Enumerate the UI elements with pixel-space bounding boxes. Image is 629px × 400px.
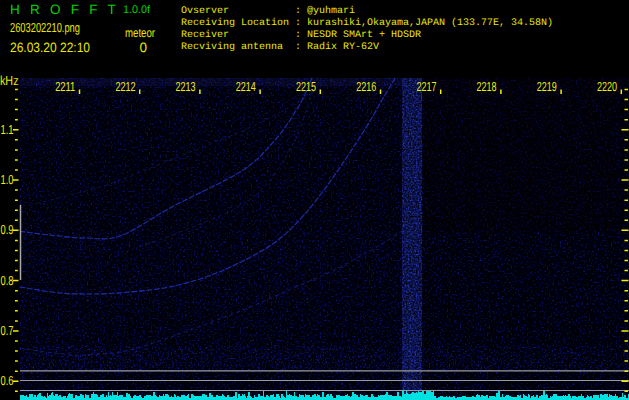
svg-text:meteor: meteor (125, 26, 155, 40)
svg-text:2211: 2211 (55, 79, 75, 94)
svg-text:1.0.0f: 1.0.0f (123, 4, 151, 16)
svg-text:0.7: 0.7 (1, 323, 14, 338)
svg-text:Recviving antenna : Radix RY-: Recviving antenna : Radix RY-62V (181, 41, 379, 53)
svg-text:kHz: kHz (0, 73, 19, 88)
svg-text:Receiver : NESDR SMA: Receiver : NESDR SMArt + HDSDR (181, 29, 421, 41)
svg-text:H R O F F T: H R O F F T (10, 2, 119, 17)
svg-text:0: 0 (140, 40, 148, 55)
svg-text:1.0: 1.0 (1, 172, 14, 187)
svg-text:0.9: 0.9 (1, 222, 14, 237)
svg-text:2217: 2217 (416, 79, 436, 94)
svg-text:2218: 2218 (477, 79, 497, 94)
svg-text:2216: 2216 (356, 79, 376, 94)
svg-text:1.1: 1.1 (1, 122, 14, 137)
svg-text:2215: 2215 (296, 79, 316, 94)
svg-text:2603202210.png: 2603202210.png (10, 20, 80, 35)
svg-text:0.8: 0.8 (1, 273, 14, 288)
svg-text:Receiving Location : kurashiki: Receiving Location : kurashiki,Okayama,J… (181, 17, 553, 29)
svg-text:0.6: 0.6 (1, 373, 14, 388)
svg-text:2220: 2220 (597, 79, 617, 94)
svg-text:2213: 2213 (176, 79, 196, 94)
svg-text:2214: 2214 (236, 79, 256, 94)
svg-text:2219: 2219 (537, 79, 557, 94)
svg-text:2212: 2212 (115, 79, 135, 94)
svg-text:Ovserver : @yuhmari: Ovserver : @yuhmari (181, 5, 355, 17)
svg-text:26.03.20 22:10: 26.03.20 22:10 (10, 40, 90, 55)
